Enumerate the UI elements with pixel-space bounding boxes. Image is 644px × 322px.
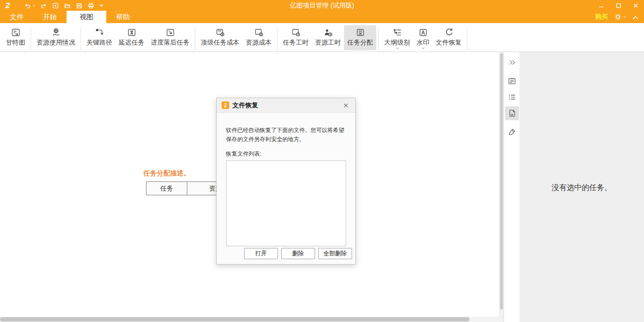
redo-button[interactable] bbox=[40, 2, 47, 9]
recovery-file-listbox[interactable] bbox=[226, 160, 346, 246]
close-icon bbox=[633, 3, 639, 9]
ribbon-button-label: 任务分配 bbox=[347, 39, 373, 46]
maximize-icon bbox=[616, 3, 621, 9]
ribbon-button-label: 资源工时 bbox=[315, 39, 341, 46]
task-hours-icon bbox=[291, 27, 301, 38]
collapse-ribbon-button[interactable] bbox=[632, 12, 639, 22]
file-recovery-dialog: 2 文件恢复 软件已经自动恢复了下面的文件。您可以将希望保存的文件另存到安全的地… bbox=[216, 98, 356, 265]
buy-button[interactable]: 购买 bbox=[595, 12, 608, 21]
dialog-message: 软件已经自动恢复了下面的文件。您可以将希望保存的文件另存到安全的地方。 bbox=[226, 126, 346, 144]
chevron-down-icon bbox=[99, 4, 104, 7]
ribbon-button-label: 水印 bbox=[416, 39, 429, 46]
panel-format-painter-button[interactable] bbox=[505, 125, 519, 139]
settings-caret-icon bbox=[623, 16, 626, 18]
right-panel-icon-strip bbox=[503, 52, 519, 322]
dialog-logo-icon: 2 bbox=[222, 101, 229, 109]
main-area: 任务分配描述。 任务 资源名称 bbox=[0, 52, 644, 322]
vertical-scrollbar-thumb[interactable] bbox=[500, 53, 503, 310]
new-document-button[interactable] bbox=[52, 2, 59, 9]
ribbon-button-delayed-tasks[interactable]: 延迟任务 bbox=[115, 25, 148, 50]
resource-usage-icon bbox=[51, 27, 61, 38]
undo-icon bbox=[24, 2, 31, 9]
ribbon-button-watermark[interactable]: 水印 bbox=[413, 25, 433, 50]
page-document-icon bbox=[508, 109, 516, 118]
dialog-titlebar[interactable]: 2 文件恢复 bbox=[217, 98, 355, 113]
save-button[interactable] bbox=[76, 2, 83, 9]
panel-task-info-button[interactable] bbox=[505, 74, 519, 88]
delayed-tasks-icon bbox=[127, 27, 137, 38]
dialog-title: 文件恢复 bbox=[232, 101, 258, 110]
ribbon-button-label: 进度落后任务 bbox=[151, 39, 189, 46]
ribbon-button-gantt-chart[interactable]: 甘特图 bbox=[3, 25, 28, 50]
titlebar: 2 bbox=[0, 0, 644, 11]
ribbon-separator bbox=[80, 27, 81, 50]
close-button[interactable] bbox=[627, 0, 644, 11]
ribbon-button-label: 关键路径 bbox=[86, 39, 112, 46]
open-button[interactable]: 打开 bbox=[244, 248, 278, 259]
form-panel-icon bbox=[508, 77, 516, 85]
ribbon-button-label: 资源成本 bbox=[246, 39, 272, 46]
app-logo-icon: 2 bbox=[3, 0, 12, 11]
ribbon-button-label: 任务工时 bbox=[283, 39, 309, 46]
vertical-scrollbar[interactable] bbox=[499, 52, 503, 317]
double-chevron-right-icon bbox=[508, 58, 517, 67]
panel-collapse-button[interactable] bbox=[505, 55, 519, 69]
critical-path-icon bbox=[94, 27, 105, 38]
ribbon-toolbar: 甘特图 资源使用情况 关键路径 延迟任务 进度落后任务 顶级任务成本 资源成本 bbox=[0, 23, 644, 52]
quick-access-toolbar bbox=[24, 2, 104, 9]
settings-button[interactable] bbox=[614, 13, 626, 21]
ribbon-separator bbox=[31, 27, 31, 50]
tab-help[interactable]: 帮助 bbox=[106, 11, 140, 23]
ribbon-button-label: 延迟任务 bbox=[119, 39, 144, 46]
outline-level-icon bbox=[392, 27, 402, 38]
maximize-button[interactable] bbox=[610, 0, 627, 11]
delete-button[interactable]: 删除 bbox=[281, 248, 315, 259]
ribbon-button-outline-level[interactable]: 大纲级别 bbox=[381, 25, 413, 50]
panel-page-button[interactable] bbox=[505, 106, 519, 120]
delete-all-button[interactable]: 全部删除 bbox=[318, 248, 352, 259]
menu-tab-bar: 文件 开始 视图 帮助 购买 bbox=[0, 11, 644, 23]
new-document-icon bbox=[52, 2, 59, 9]
ribbon-button-label: 顶级任务成本 bbox=[201, 39, 239, 46]
tab-file[interactable]: 文件 bbox=[0, 11, 33, 23]
ribbon-button-critical-path[interactable]: 关键路径 bbox=[83, 25, 115, 50]
app-window: 2 bbox=[0, 0, 644, 322]
dialog-close-button[interactable] bbox=[341, 100, 350, 110]
undo-button[interactable] bbox=[24, 2, 35, 9]
task-assignment-icon bbox=[355, 27, 365, 38]
ribbon-button-label: 大纲级别 bbox=[384, 39, 410, 46]
ribbon-button-resource-cost[interactable]: 资源成本 bbox=[243, 25, 275, 50]
ribbon-button-file-recovery[interactable]: 文件恢复 bbox=[433, 25, 465, 50]
print-icon bbox=[87, 2, 94, 9]
ribbon-button-resource-hours[interactable]: 资源工时 bbox=[312, 25, 344, 50]
dropdown-caret-icon bbox=[396, 47, 399, 49]
assignment-description-title[interactable]: 任务分配描述。 bbox=[143, 169, 191, 178]
print-button[interactable] bbox=[87, 2, 94, 9]
table-header-task[interactable]: 任务 bbox=[147, 182, 187, 195]
gantt-chart-icon bbox=[11, 27, 21, 38]
recovery-list-label: 恢复文件列表: bbox=[226, 150, 346, 158]
ribbon-button-task-assignment[interactable]: 任务分配 bbox=[344, 25, 376, 50]
open-file-button[interactable] bbox=[64, 2, 71, 9]
window-controls bbox=[592, 0, 644, 11]
ribbon-button-top-task-cost[interactable]: 顶级任务成本 bbox=[197, 25, 243, 50]
tab-home[interactable]: 开始 bbox=[33, 11, 67, 23]
bullet-list-icon bbox=[508, 93, 516, 101]
ribbon-button-behind-schedule-tasks[interactable]: 进度落后任务 bbox=[148, 25, 193, 50]
minimize-button[interactable] bbox=[592, 0, 610, 11]
panel-outline-list-button[interactable] bbox=[505, 90, 519, 104]
ribbon-separator bbox=[378, 27, 379, 50]
open-folder-icon bbox=[64, 2, 71, 9]
tab-view[interactable]: 视图 bbox=[67, 11, 106, 23]
ribbon-button-label: 文件恢复 bbox=[436, 39, 462, 46]
horizontal-scrollbar-thumb[interactable] bbox=[0, 317, 470, 321]
horizontal-scrollbar[interactable] bbox=[0, 317, 503, 322]
ribbon-button-task-hours[interactable]: 任务工时 bbox=[280, 25, 312, 50]
ribbon-button-label: 资源使用情况 bbox=[36, 39, 75, 46]
quick-access-dropdown-button[interactable] bbox=[99, 4, 104, 7]
task-info-panel: 没有选中的任务。 bbox=[519, 52, 644, 322]
dialog-body: 软件已经自动恢复了下面的文件。您可以将希望保存的文件另存到安全的地方。 恢复文件… bbox=[217, 126, 355, 246]
ribbon-button-resource-usage[interactable]: 资源使用情况 bbox=[33, 25, 78, 50]
window-title: 亿图项目管理 (试用版) bbox=[290, 0, 354, 11]
dialog-button-row: 打开 删除 全部删除 bbox=[244, 248, 352, 259]
